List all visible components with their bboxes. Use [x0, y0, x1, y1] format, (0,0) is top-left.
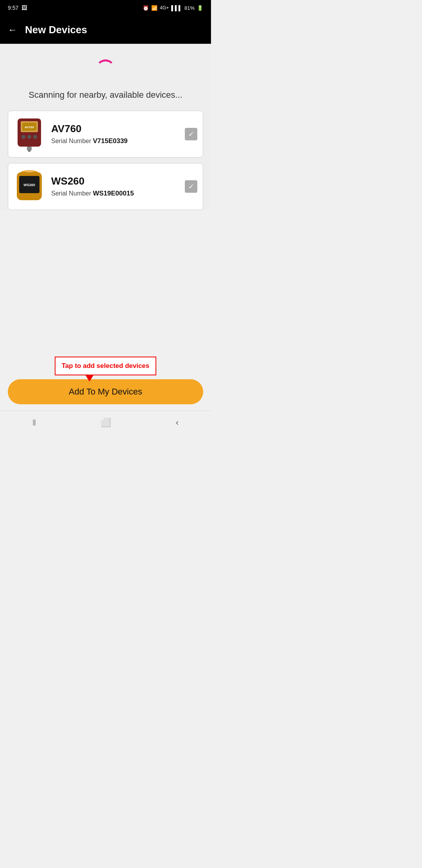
svg-point-4: [21, 135, 25, 139]
device-card-av760[interactable]: AV760 AV760 Serial Number V715E0339 ✓: [8, 111, 203, 158]
nav-menu-icon[interactable]: ⦀: [32, 418, 36, 428]
main-content: Scanning for nearby, available devices..…: [0, 44, 211, 210]
device-name-ws260: WS260: [51, 175, 185, 187]
svg-point-6: [33, 135, 37, 139]
device-icon-av760: AV760: [14, 117, 45, 152]
back-button[interactable]: ←: [8, 24, 17, 35]
scanning-text: Scanning for nearby, available devices..…: [8, 89, 203, 101]
status-time: 9:57: [8, 5, 18, 11]
bottom-area: Tap to add selected devices Add To My De…: [0, 357, 211, 411]
tooltip-container: Tap to add selected devices: [8, 357, 203, 375]
wifi-icon: 📶: [151, 5, 157, 11]
tooltip-box: Tap to add selected devices: [55, 357, 157, 375]
signal-icon: 4G+: [160, 5, 169, 11]
svg-rect-8: [28, 151, 30, 152]
loading-spinner-container: [8, 52, 203, 83]
svg-text:AV760: AV760: [25, 126, 34, 129]
arrow-head: [86, 375, 93, 382]
header: ← New Devices: [0, 16, 211, 44]
page-title: New Devices: [25, 24, 87, 36]
add-to-my-devices-button[interactable]: Add To My Devices: [8, 379, 203, 404]
nav-back-icon[interactable]: ‹: [176, 418, 179, 428]
device-name-av760: AV760: [51, 123, 185, 135]
svg-text:WS260: WS260: [23, 183, 35, 187]
loading-spinner: [96, 59, 115, 79]
alarm-icon: ⏰: [143, 5, 149, 11]
bars-icon: ▌▌▌: [171, 5, 182, 11]
status-bar: 9:57 🖼 ⏰ 📶 4G+ ▌▌▌ 81% 🔋: [0, 0, 211, 16]
battery-icon: 🔋: [197, 5, 203, 11]
svg-rect-7: [27, 147, 32, 151]
device-checkbox-av760[interactable]: ✓: [185, 128, 197, 140]
device-icon-ws260: WS260: [14, 169, 45, 204]
device-serial-av760: Serial Number V715E0339: [51, 137, 185, 145]
nav-bar: ⦀ ⬜ ‹: [0, 411, 211, 434]
device-checkbox-ws260[interactable]: ✓: [185, 180, 197, 193]
tooltip-text: Tap to add selected devices: [62, 362, 150, 369]
device-serial-ws260: Serial Number WS19E00015: [51, 190, 185, 197]
device-info-ws260: WS260 Serial Number WS19E00015: [51, 175, 185, 197]
nav-home-icon[interactable]: ⬜: [100, 418, 111, 428]
gallery-icon: 🖼: [21, 5, 27, 11]
device-card-ws260[interactable]: WS260 WS260 Serial Number WS19E00015 ✓: [8, 163, 203, 210]
device-info-av760: AV760 Serial Number V715E0339: [51, 123, 185, 145]
battery-percent: 81%: [184, 5, 195, 11]
svg-point-5: [27, 135, 31, 139]
